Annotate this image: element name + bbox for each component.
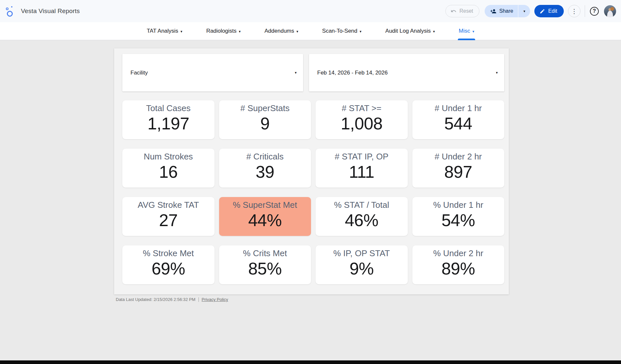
share-options-button[interactable]: ▾ xyxy=(518,5,530,17)
kpi-value: 1,008 xyxy=(341,114,383,133)
kpi-card-under-2hr-pct: % Under 2 hr 89% xyxy=(412,245,505,284)
kpi-card-stat-ge: # STAT >= 1,008 xyxy=(316,100,408,139)
undo-icon xyxy=(451,8,457,14)
kpi-value: 9% xyxy=(350,259,374,278)
reset-label: Reset xyxy=(459,8,473,14)
chevron-down-icon: ▾ xyxy=(433,29,435,34)
report-canvas: Facility ▾ Feb 14, 2026 - Feb 14, 2026 ▾… xyxy=(114,48,509,294)
chevron-down-icon: ▾ xyxy=(295,71,297,75)
chevron-down-icon: ▾ xyxy=(360,29,362,34)
kpi-label: AVG Stroke TAT xyxy=(138,200,199,210)
data-last-updated: Data Last Updated: 2/15/2026 2:56:32 PM xyxy=(116,297,196,302)
kpi-label: % IP, OP STAT xyxy=(333,248,390,258)
kpi-value: 897 xyxy=(444,162,472,181)
share-label: Share xyxy=(499,8,513,14)
kpi-value: 85% xyxy=(248,259,282,278)
tab-tat-analysis[interactable]: TAT Analysis ▾ xyxy=(147,22,182,40)
screen-bottom-edge xyxy=(0,360,621,364)
kpi-card-under-1hr-count: # Under 1 hr 544 xyxy=(412,100,505,139)
edit-button[interactable]: Edit xyxy=(534,5,564,17)
looker-logo-icon xyxy=(6,5,16,17)
facility-filter-label: Facility xyxy=(130,70,148,76)
kpi-card-avg-stroke-tat: AVG Stroke TAT 27 xyxy=(122,197,215,236)
kpi-label: % Under 1 hr xyxy=(433,200,483,210)
kpi-label: Total Cases xyxy=(146,103,191,113)
share-split-button: Share ▾ xyxy=(485,5,530,17)
chevron-down-icon: ▾ xyxy=(297,29,299,34)
kpi-value: 1,197 xyxy=(147,114,189,133)
tab-label: TAT Analysis xyxy=(147,28,178,34)
person-add-icon xyxy=(490,8,496,14)
tab-scan-to-send[interactable]: Scan-To-Send ▾ xyxy=(322,22,361,40)
help-button[interactable]: ? xyxy=(590,7,599,16)
kpi-value: 39 xyxy=(256,162,274,181)
tab-label: Addendums xyxy=(265,28,294,34)
kpi-card-stat-ip-op: # STAT IP, OP 111 xyxy=(316,149,408,188)
kpi-card-under-2hr-count: # Under 2 hr 897 xyxy=(412,149,505,188)
share-button[interactable]: Share xyxy=(485,5,518,17)
kpi-label: % Crits Met xyxy=(243,248,287,258)
page-tabs-bar: TAT Analysis ▾ Radiologists ▾ Addendums … xyxy=(0,22,621,40)
tab-radiologists[interactable]: Radiologists ▾ xyxy=(206,22,241,40)
kpi-label: # SuperStats xyxy=(240,103,289,113)
kpi-label: % SuperStat Met xyxy=(233,200,297,210)
app-header: Vesta Visual Reports Reset Share ▾ xyxy=(0,0,621,22)
kpi-label: # Under 1 hr xyxy=(435,103,482,113)
kpi-card-crits-met-pct: % Crits Met 85% xyxy=(219,245,311,284)
facility-filter-dropdown[interactable]: Facility ▾ xyxy=(122,54,303,91)
tab-addendums[interactable]: Addendums ▾ xyxy=(265,22,298,40)
kpi-card-stroke-met-pct: % Stroke Met 69% xyxy=(122,245,215,284)
reset-button[interactable]: Reset xyxy=(445,5,479,17)
header-divider xyxy=(585,5,585,17)
pencil-icon xyxy=(540,8,545,14)
kpi-card-stat-total-pct: % STAT / Total 46% xyxy=(316,197,408,236)
kpi-value: 44% xyxy=(248,211,282,230)
more-options-button[interactable]: ⋮ xyxy=(568,5,580,17)
kpi-value: 9 xyxy=(260,114,269,133)
chevron-down-icon: ▾ xyxy=(239,29,241,34)
date-range-value: Feb 14, 2026 - Feb 14, 2026 xyxy=(317,70,388,76)
kpi-value: 544 xyxy=(444,114,472,133)
header-actions: Reset Share ▾ Edit xyxy=(445,5,616,17)
kpi-value: 69% xyxy=(151,259,185,278)
footer-divider xyxy=(198,297,199,302)
question-mark-icon: ? xyxy=(593,8,596,14)
avatar[interactable] xyxy=(604,5,616,17)
kpi-card-superstat-met: % SuperStat Met 44% xyxy=(219,197,311,236)
kpi-label: # STAT >= xyxy=(342,103,381,113)
kpi-card-superstats: # SuperStats 9 xyxy=(219,100,311,139)
kpi-value: 16 xyxy=(159,162,178,181)
tab-label: Misc xyxy=(459,28,470,34)
tab-label: Scan-To-Send xyxy=(322,28,357,34)
kpi-label: Num Strokes xyxy=(144,152,193,162)
chevron-down-icon: ▾ xyxy=(524,9,526,13)
kpi-value: 46% xyxy=(345,211,378,230)
kpi-label: % Stroke Met xyxy=(143,248,194,258)
kpi-value: 54% xyxy=(441,211,475,230)
report-footer: Data Last Updated: 2/15/2026 2:56:32 PM … xyxy=(116,297,621,302)
privacy-policy-link[interactable]: Privacy Policy xyxy=(202,297,228,302)
chevron-down-icon: ▾ xyxy=(181,29,182,34)
kpi-value: 111 xyxy=(349,162,374,181)
tab-audit-log-analysis[interactable]: Audit Log Analysis ▾ xyxy=(385,22,435,40)
kpi-card-under-1hr-pct: % Under 1 hr 54% xyxy=(412,197,505,236)
kpi-label: % STAT / Total xyxy=(334,200,389,210)
tab-label: Audit Log Analysis xyxy=(385,28,431,34)
kpi-card-total-cases: Total Cases 1,197 xyxy=(122,100,215,139)
tab-misc[interactable]: Misc ▾ xyxy=(459,22,474,40)
kpi-card-criticals: # Criticals 39 xyxy=(219,149,311,188)
kpi-card-num-strokes: Num Strokes 16 xyxy=(122,149,215,188)
edit-label: Edit xyxy=(548,8,557,14)
kpi-value: 27 xyxy=(159,211,178,230)
kpi-label: # Under 2 hr xyxy=(435,152,482,162)
kpi-value: 89% xyxy=(441,259,475,278)
date-range-filter-dropdown[interactable]: Feb 14, 2026 - Feb 14, 2026 ▾ xyxy=(309,54,504,91)
kpi-label: % Under 2 hr xyxy=(433,248,483,258)
kpi-label: # STAT IP, OP xyxy=(335,152,388,162)
report-title: Vesta Visual Reports xyxy=(21,8,80,15)
chevron-down-icon: ▾ xyxy=(473,29,474,34)
chevron-down-icon: ▾ xyxy=(496,71,498,75)
vertical-dots-icon: ⋮ xyxy=(571,8,578,14)
kpi-label: # Criticals xyxy=(246,152,284,162)
tab-label: Radiologists xyxy=(206,28,237,34)
